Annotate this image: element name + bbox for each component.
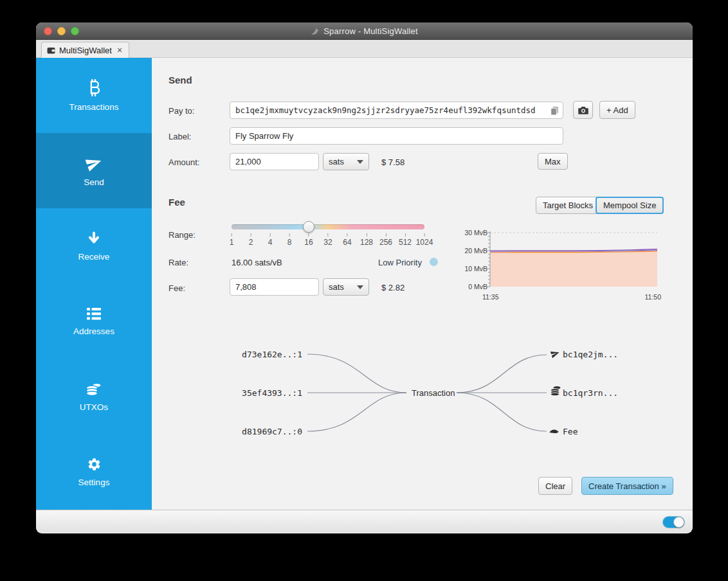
output-curve — [457, 393, 547, 431]
send-icon — [551, 349, 560, 358]
range-label: Range: — [168, 230, 196, 240]
addresses-icon — [86, 307, 102, 321]
amount-fiat-value: $ 7.58 — [381, 157, 405, 167]
receive-icon — [86, 231, 102, 246]
camera-icon — [578, 106, 588, 114]
sidebar-item-label: Settings — [78, 478, 110, 487]
y-tick-label: 0 MvB — [468, 283, 487, 290]
zoom-window-button[interactable] — [71, 27, 79, 35]
target-blocks-button[interactable]: Target Blocks — [536, 197, 600, 214]
coins-icon — [551, 386, 561, 396]
chevron-down-icon — [357, 160, 363, 164]
send-icon — [86, 155, 102, 172]
tick-label: 32 — [323, 233, 332, 247]
sidebar-item-receive[interactable]: Receive — [36, 208, 152, 283]
toggle-knob[interactable] — [673, 517, 684, 528]
amount-unit-select[interactable]: sats — [323, 153, 369, 170]
input-curve — [307, 354, 406, 393]
tab-close-icon[interactable]: × — [117, 45, 122, 55]
tab-label: MultiSigWallet — [59, 46, 112, 55]
amount-field-wrap — [230, 153, 319, 170]
sidebar-item-send[interactable]: Send — [36, 133, 152, 208]
sidebar-item-label: Transactions — [69, 102, 119, 112]
status-bar — [36, 510, 693, 533]
rate-value: 16.00 sats/vB — [232, 258, 282, 267]
tick-label: 512 — [399, 233, 412, 247]
output-curve — [457, 355, 547, 393]
minimize-window-button[interactable] — [57, 27, 66, 35]
network-toggle[interactable] — [662, 516, 685, 528]
fee-unit-value: sats — [329, 282, 344, 292]
bitcoin-icon — [87, 79, 101, 96]
send-heading: Send — [168, 75, 192, 85]
diagram-input-label[interactable]: d81969c7..:0 — [242, 427, 302, 436]
app-window: Sparrow - MultiSigWallet MultiSigWallet … — [36, 22, 693, 533]
mempool-size-button[interactable]: Mempool Size — [596, 197, 664, 214]
diagram-output-label[interactable]: Fee — [563, 427, 578, 436]
window-title: Sparrow - MultiSigWallet — [323, 26, 418, 36]
wallet-icon — [47, 47, 55, 54]
diagram-input-label[interactable]: d73e162e..:1 — [242, 350, 302, 359]
label-label: Label: — [168, 132, 191, 141]
tick-label: 256 — [379, 233, 392, 247]
slider-ticks: 1 2 4 8 16 32 64 128 256 512 1024 — [232, 233, 424, 247]
fee-icon — [550, 430, 559, 434]
copy-icon[interactable] — [551, 106, 559, 116]
tick-label: 1024 — [416, 233, 433, 247]
tab-bar: MultiSigWallet × — [36, 40, 693, 58]
close-window-button[interactable] — [44, 27, 52, 35]
sidebar: Transactions Send Receive — [36, 58, 152, 510]
priority-label: Low Priority — [378, 258, 422, 267]
pay-to-field-wrap — [230, 102, 563, 119]
diagram-node-label[interactable]: Transaction — [412, 388, 455, 398]
fee-unit-select[interactable]: sats — [323, 278, 369, 296]
fee-heading: Fee — [168, 197, 185, 208]
fee-range-slider[interactable] — [232, 224, 424, 229]
y-tick-label: 30 MvB — [464, 229, 487, 237]
diagram-input-label[interactable]: 35ef4393..:1 — [242, 388, 302, 398]
y-tick-label: 20 MvB — [464, 247, 487, 255]
diagram-output-label[interactable]: bc1qr3rn... — [563, 388, 618, 398]
x-tick-label: 11:35 — [482, 293, 499, 301]
pay-to-label: Pay to: — [168, 106, 194, 116]
sidebar-item-label: Receive — [78, 252, 110, 262]
diagram-output-label[interactable]: bc1qe2jm... — [563, 350, 618, 359]
titlebar: Sparrow - MultiSigWallet — [36, 22, 693, 40]
tick-label: 16 — [304, 233, 313, 247]
chevron-down-icon — [357, 285, 363, 289]
sidebar-item-settings[interactable]: Settings — [36, 434, 152, 510]
label-field-wrap — [230, 127, 563, 145]
utxos-icon — [86, 382, 102, 397]
amount-input[interactable] — [230, 154, 318, 170]
tick-label: 128 — [360, 233, 373, 247]
window-controls — [44, 27, 79, 35]
input-curve — [307, 393, 406, 431]
x-tick-label: 11:50 — [645, 293, 662, 301]
tick-label: 1 — [230, 233, 234, 247]
fee-input[interactable] — [230, 279, 318, 295]
rate-label: Rate: — [168, 258, 188, 267]
sidebar-item-utxos[interactable]: UTXOs — [36, 359, 152, 434]
tab-multisigwallet[interactable]: MultiSigWallet × — [41, 42, 129, 58]
label-input[interactable] — [230, 128, 563, 144]
sidebar-item-transactions[interactable]: Transactions — [36, 58, 152, 133]
sidebar-item-addresses[interactable]: Addresses — [36, 284, 152, 359]
create-transaction-button[interactable]: Create Transaction » — [581, 477, 673, 495]
slider-track[interactable] — [232, 224, 424, 229]
max-button[interactable]: Max — [538, 153, 568, 170]
y-tick-label: 10 MvB — [464, 265, 487, 273]
add-recipient-button[interactable]: + Add — [599, 101, 635, 119]
tick-label: 4 — [268, 233, 273, 247]
priority-indicator-dot — [430, 258, 438, 266]
amount-unit-value: sats — [329, 157, 344, 166]
fee-field-wrap — [230, 278, 319, 296]
tick-label: 2 — [249, 233, 253, 247]
transaction-diagram: d73e162e..:1 35ef4393..:1 d81969c7..:0 T… — [212, 337, 656, 460]
sparrow-logo-icon — [311, 27, 320, 35]
pay-to-input[interactable] — [230, 102, 563, 118]
scan-qr-button[interactable] — [573, 101, 593, 119]
clear-button[interactable]: Clear — [538, 477, 572, 495]
slider-thumb[interactable] — [303, 221, 314, 233]
send-panel: Send Pay to: + Add Label: — [152, 58, 693, 510]
amount-label: Amount: — [168, 157, 199, 167]
